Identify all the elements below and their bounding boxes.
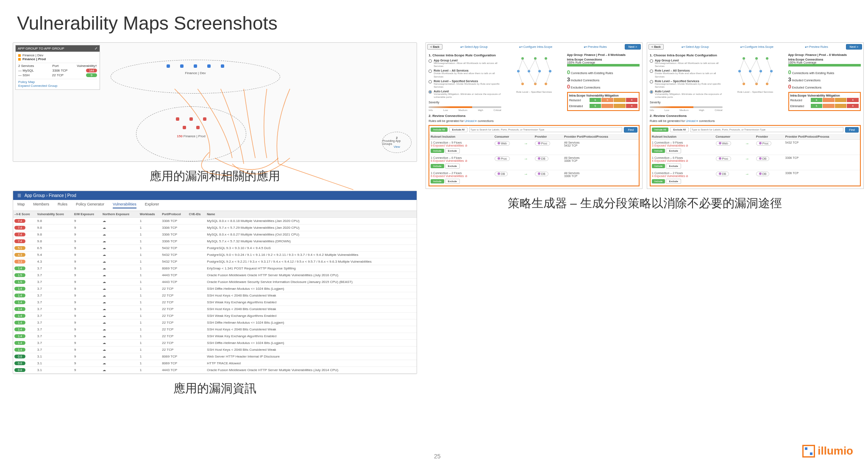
cloud-icon [103,280,106,284]
next-button[interactable]: Next > [625,44,641,50]
radio-option[interactable]: Role Level – All ServicesDivide Workload… [650,69,722,78]
exclude-button[interactable]: Exclude [445,164,460,169]
tab-explorer[interactable]: Explorer [145,202,159,208]
expand-icon[interactable]: ⤢ [95,47,97,50]
tab-vulnerabilities[interactable]: Vulnerabilities [113,202,136,208]
caption-policy: 策略生成器 – 生成分段策略以消除不必要的漏洞途徑 [426,195,864,211]
vuln-row[interactable]: 5.16.5915432 TCPPostgreSQL 9.3 < 9.3.10 … [13,245,417,252]
include-all-button[interactable]: Include All [431,128,447,132]
search-input[interactable] [690,127,844,132]
vulnerability-table: –V-E ScoreVulnerability ScoreE/W Exposur… [13,211,417,374]
vuln-row[interactable]: 7.49.8913306 TCPMySQL 8.0.x < 8.0.27 Mul… [13,231,417,238]
cloud-icon [103,327,106,331]
svg-line-0 [518,59,523,71]
radio-option[interactable]: App Group LevelMicrosegmentation. Allow … [428,59,501,68]
cloud-icon [103,368,106,372]
vuln-row[interactable]: 1.43.79122 TCPSSH Host Keys < 2048 Bits … [13,326,417,333]
cloud-icon [103,253,106,257]
include-all-button[interactable]: Include All [652,128,668,132]
app-group-prod-oval: 150 Finance | Prod [136,106,246,161]
vuln-row[interactable]: 1.43.79122 TCPSSH Weak Key Exchange Algo… [13,333,417,340]
tab-map[interactable]: Map [17,202,25,208]
cloud-icon [103,348,106,352]
svg-line-13 [767,59,771,71]
vuln-row[interactable]: 1.43.7918069 TCPErlySnap < 1.341 POST Re… [13,265,417,272]
exclude-button[interactable]: Exclude [445,148,460,153]
svg-line-12 [757,59,761,71]
vuln-row[interactable]: 7.49.8913306 TCPMySQL 5.7.x < 5.7.32 Mul… [13,238,417,245]
svg-line-11 [750,59,757,71]
cloud-icon [103,361,106,365]
providing-groups-node[interactable]: 2Providing App GroupsView [382,132,412,153]
vuln-row[interactable]: 1.43.79122 TCPSSH Host Keys < 2048 Bits … [13,306,417,313]
find-button[interactable]: Find [624,127,637,133]
vulnerability-map-panel: APP GROUP TO APP GROUP⤢ Finance | Dev Fi… [13,42,417,162]
include-button[interactable]: Include [652,164,665,168]
cloud-icon [103,226,106,230]
svg-line-2 [529,59,535,71]
cloud-icon [103,355,106,358]
radio-option[interactable]: Auto LevelVulnerability Mitigation. Elim… [428,90,501,99]
radio-option[interactable]: Role Level – Specified ServicesNanosegme… [650,80,722,89]
page-number: 25 [434,453,441,460]
cloud-icon [103,341,106,345]
include-button[interactable]: Include [431,179,444,183]
vuln-row[interactable]: 1.43.79122 TCPSSH Host Keys < 2048 Bits … [13,347,417,353]
next-button[interactable]: Next > [846,44,862,50]
svg-line-3 [535,59,540,71]
radio-option[interactable]: Role Level – Specified ServicesNanosegme… [428,80,501,89]
cloud-icon [103,273,106,277]
policy-map-link[interactable]: Policy Map [18,80,97,84]
radio-option[interactable]: Role Level – All ServicesDivide Workload… [428,69,501,78]
policy-wizard-1: < Back ●━ Select App Group●━ Configure I… [647,42,864,189]
exclude-all-button[interactable]: Exclude All [449,127,467,132]
exclude-button[interactable]: Exclude [445,179,460,184]
exclude-all-button[interactable]: Exclude All [670,127,688,132]
back-button[interactable]: < Back [427,44,442,50]
vuln-row[interactable]: 1.43.79122 TCPSSH Weak Key Exchange Algo… [13,313,417,319]
logo-icon [802,445,815,458]
vuln-row[interactable]: 7.49.8913306 TCPMySQL 5.7.x < 5.7.29 Mul… [13,225,417,231]
tab-members[interactable]: Members [33,202,50,208]
include-button[interactable]: Include [431,164,444,168]
include-button[interactable]: Include [652,179,665,183]
exclude-button[interactable]: Exclude [666,179,681,184]
svg-line-1 [523,59,529,71]
vuln-row[interactable]: 0.83.1918069 TCPHTTP TRACE Allowed [13,360,417,367]
tabs: MapMembersRulesPolicy GeneratorVulnerabi… [13,200,417,211]
include-button[interactable]: Include [652,149,665,153]
vuln-row[interactable]: 0.83.1914443 TCPOracle Fusion Middleware… [13,367,417,374]
expand-group-link[interactable]: Expand Connected Group [18,84,97,88]
exclude-button[interactable]: Exclude [666,164,681,169]
tab-rules[interactable]: Rules [58,202,67,208]
svg-line-8 [546,72,550,84]
map-legend: APP GROUP TO APP GROUP⤢ Finance | Dev Fi… [15,45,100,90]
vuln-row[interactable]: 1.43.79122 TCPSSH Diffie-Hellman Modulus… [13,340,417,347]
search-input[interactable] [469,127,623,132]
vuln-row[interactable]: 3.34.3915432 TCPPostgreSQL 9.2.x < 9.2.2… [13,258,417,265]
radio-option[interactable]: App Group LevelMicrosegmentation. Allow … [650,59,722,68]
vuln-row[interactable]: 0.83.1918069 TCPWeb Server HTTP Header I… [13,353,417,360]
legend-env-prod: Finance | Prod [22,57,46,61]
caption-table: 應用的漏洞資訊 [13,380,417,397]
exclude-button[interactable]: Exclude [666,148,681,153]
vuln-row[interactable]: 1.43.79122 TCPSSH Diffie-Hellman Modulus… [13,286,417,292]
vuln-row[interactable]: 7.49.8913306 TCPMySQL 8.0.x < 8.0.18 Mul… [13,218,417,225]
find-button[interactable]: Find [845,127,859,133]
vuln-row[interactable]: 4.35.4915432 TCPPostgreSQL 9.0 < 9.0.24 … [13,252,417,258]
vulnerability-table-panel: ☰ App Group › Finance | Prod MapMembersR… [13,191,417,374]
app-group-dev-oval: Finance | Dev [111,60,280,94]
cloud-icon [103,219,106,223]
cloud-icon [103,287,106,291]
vuln-row[interactable]: 1.43.79122 TCPSSH Host Keys < 2048 Bits … [13,292,417,299]
svg-line-17 [767,72,771,84]
cloud-icon [103,321,106,325]
radio-option[interactable]: Auto LevelVulnerability Mitigation. Elim… [650,90,722,99]
vuln-row[interactable]: 1.43.79122 TCPSSH Weak Key Exchange Algo… [13,299,417,306]
vuln-row[interactable]: 1.53.7914443 TCPOracle Fusion Middleware… [13,279,417,286]
tab-policy-generator[interactable]: Policy Generator [76,202,104,208]
back-button[interactable]: < Back [648,44,664,50]
include-button[interactable]: Include [431,149,444,153]
vuln-row[interactable]: 1.53.7914443 TCPOracle Fusion Middleware… [13,272,417,279]
vuln-row[interactable]: 1.43.79122 TCPSSH Diffie-Hellman Modulus… [13,319,417,326]
